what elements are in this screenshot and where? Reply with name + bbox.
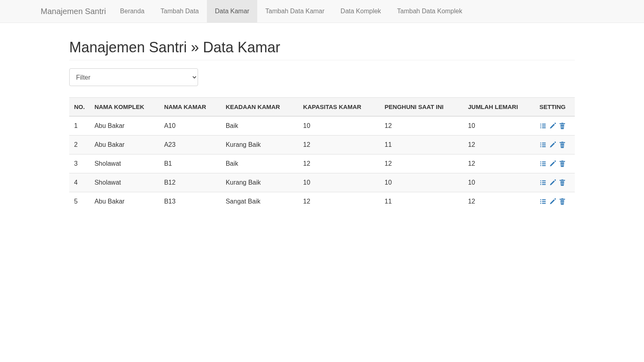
cell-nama-komplek: Sholawat <box>90 154 159 173</box>
trash-icon[interactable] <box>559 179 566 186</box>
trash-icon-svg <box>559 122 566 130</box>
data-kamar-table: NO. NAMA KOMPLEK NAMA KAMAR KEADAAN KAMA… <box>69 97 575 211</box>
cell-penghuni-saat-ini: 11 <box>380 192 463 211</box>
edit-icon-svg <box>549 179 556 186</box>
cell-setting <box>535 136 575 154</box>
cell-penghuni-saat-ini: 11 <box>380 136 463 154</box>
cell-nama-kamar: B1 <box>159 154 221 173</box>
table-row: 5Abu BakarB13Sangat Baik121112 <box>69 192 575 211</box>
list-icon[interactable] <box>539 179 547 186</box>
action-icons <box>539 122 570 130</box>
cell-nama-komplek: Abu Bakar <box>90 136 159 154</box>
action-icons <box>539 160 570 167</box>
table-row: 2Abu BakarA23Kurang Baik121112 <box>69 136 575 154</box>
list-icon-svg <box>539 160 547 167</box>
nav-link-tambah-data-kamar[interactable]: Tambah Data Kamar <box>257 0 332 23</box>
top-navbar: Manajemen Santri BerandaTambah DataData … <box>0 0 644 23</box>
list-icon[interactable] <box>539 141 547 148</box>
cell-kapasitas-kamar: 12 <box>298 136 380 154</box>
nav-link-tambah-data[interactable]: Tambah Data <box>153 0 207 23</box>
edit-icon[interactable] <box>549 122 556 130</box>
edit-icon-svg <box>549 198 556 205</box>
edit-icon[interactable] <box>549 141 556 148</box>
nav-item: Tambah Data Komplek <box>389 0 471 23</box>
cell-nama-komplek: Sholawat <box>90 173 159 192</box>
table-row: 3SholawatB1Baik121212 <box>69 154 575 173</box>
list-icon[interactable] <box>539 160 547 167</box>
cell-penghuni-saat-ini: 12 <box>380 116 463 136</box>
trash-icon[interactable] <box>559 160 566 167</box>
th-penghuni-saat-ini: PENGHUNI SAAT INI <box>380 98 463 117</box>
trash-icon-svg <box>559 160 566 167</box>
action-icons <box>539 179 570 186</box>
cell-nama-kamar: A10 <box>159 116 221 136</box>
cell-nama-komplek: Abu Bakar <box>90 192 159 211</box>
list-icon-svg <box>539 198 547 205</box>
nav-list: BerandaTambah DataData KamarTambah Data … <box>112 0 470 23</box>
action-icons <box>539 141 570 148</box>
table-body: 1Abu BakarA10Baik1012102Abu BakarA23Kura… <box>69 116 575 211</box>
cell-nama-kamar: A23 <box>159 136 221 154</box>
nav-item: Tambah Data Kamar <box>257 0 332 23</box>
table-row: 4SholawatB12Kurang Baik101010 <box>69 173 575 192</box>
trash-icon[interactable] <box>559 122 566 130</box>
list-icon[interactable] <box>539 198 547 205</box>
th-keadaan-kamar: KEADAAN KAMAR <box>221 98 298 117</box>
main-container: Manajemen Santri » Data Kamar Filter NO.… <box>63 23 581 211</box>
edit-icon[interactable] <box>549 160 556 167</box>
edit-icon-svg <box>549 141 556 148</box>
cell-jumlah-lemari: 10 <box>463 116 535 136</box>
nav-item: Data Kamar <box>207 0 257 23</box>
trash-icon[interactable] <box>559 141 566 148</box>
cell-jumlah-lemari: 12 <box>463 154 535 173</box>
cell-jumlah-lemari: 12 <box>463 192 535 211</box>
edit-icon[interactable] <box>549 198 556 205</box>
page-title: Manajemen Santri » Data Kamar <box>69 39 575 56</box>
cell-setting <box>535 154 575 173</box>
edit-icon-svg <box>549 122 556 130</box>
nav-item: Beranda <box>112 0 153 23</box>
cell-keadaan-kamar: Sangat Baik <box>221 192 298 211</box>
cell-penghuni-saat-ini: 10 <box>380 173 463 192</box>
trash-icon-svg <box>559 198 566 205</box>
cell-kapasitas-kamar: 12 <box>298 154 380 173</box>
th-no: NO. <box>69 98 90 117</box>
cell-no: 5 <box>69 192 90 211</box>
cell-setting <box>535 192 575 211</box>
cell-jumlah-lemari: 10 <box>463 173 535 192</box>
trash-icon-svg <box>559 179 566 186</box>
list-icon-svg <box>539 141 547 148</box>
cell-kapasitas-kamar: 10 <box>298 173 380 192</box>
page-header: Manajemen Santri » Data Kamar <box>69 23 575 60</box>
nav-link-tambah-data-komplek[interactable]: Tambah Data Komplek <box>389 0 471 23</box>
edit-icon-svg <box>549 160 556 167</box>
list-icon[interactable] <box>539 122 547 130</box>
cell-kapasitas-kamar: 12 <box>298 192 380 211</box>
nav-item: Tambah Data <box>153 0 207 23</box>
cell-setting <box>535 173 575 192</box>
cell-penghuni-saat-ini: 12 <box>380 154 463 173</box>
cell-keadaan-kamar: Baik <box>221 154 298 173</box>
trash-icon[interactable] <box>559 198 566 205</box>
nav-link-data-kamar[interactable]: Data Kamar <box>207 0 257 23</box>
edit-icon[interactable] <box>549 179 556 186</box>
table-header-row: NO. NAMA KOMPLEK NAMA KAMAR KEADAAN KAMA… <box>69 98 575 117</box>
cell-keadaan-kamar: Baik <box>221 116 298 136</box>
th-nama-kamar: NAMA KAMAR <box>159 98 221 117</box>
cell-nama-kamar: B12 <box>159 173 221 192</box>
cell-nama-komplek: Abu Bakar <box>90 116 159 136</box>
nav-link-beranda[interactable]: Beranda <box>112 0 153 23</box>
cell-no: 4 <box>69 173 90 192</box>
cell-setting <box>535 116 575 136</box>
brand-link[interactable]: Manajemen Santri <box>35 0 112 23</box>
th-setting: SETTING <box>535 98 575 117</box>
cell-kapasitas-kamar: 10 <box>298 116 380 136</box>
table-row: 1Abu BakarA10Baik101210 <box>69 116 575 136</box>
nav-link-data-komplek[interactable]: Data Komplek <box>332 0 389 23</box>
cell-no: 3 <box>69 154 90 173</box>
cell-no: 2 <box>69 136 90 154</box>
nav-item: Data Komplek <box>332 0 389 23</box>
cell-jumlah-lemari: 12 <box>463 136 535 154</box>
th-kapasitas-kamar: KAPASITAS KAMAR <box>298 98 380 117</box>
filter-select[interactable]: Filter <box>69 68 198 86</box>
